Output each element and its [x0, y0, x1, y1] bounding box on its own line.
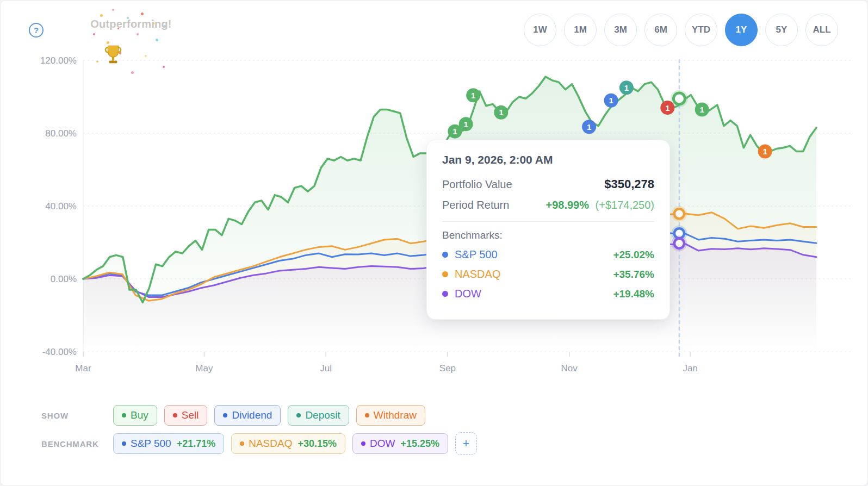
- chip-label: NASDAQ: [249, 438, 292, 450]
- help-button[interactable]: ?: [29, 23, 44, 38]
- show-filter-buy[interactable]: Buy: [113, 405, 157, 426]
- chip-label: S&P 500: [131, 438, 171, 450]
- chip-label: DOW: [370, 438, 395, 450]
- hover-point-nasdaq[interactable]: [674, 209, 684, 219]
- range-button-all[interactable]: ALL: [805, 14, 838, 46]
- period-return-row: Period Return +98.99% (+$174,250): [442, 199, 654, 211]
- event-marker-buy[interactable]: 1: [466, 88, 480, 102]
- tooltip-benchmark-row: NASDAQ+35.76%: [442, 268, 654, 281]
- show-filter-deposit[interactable]: Deposit: [288, 405, 349, 426]
- marker-count-label: 1: [762, 147, 767, 156]
- confetti-particle: [137, 33, 139, 35]
- benchmarks-heading: Benchmarks:: [442, 229, 654, 241]
- marker-count-label: 1: [700, 105, 704, 114]
- chip-label: Deposit: [305, 409, 340, 421]
- event-marker-deposit[interactable]: 1: [619, 80, 634, 95]
- event-marker-sell[interactable]: 1: [660, 101, 674, 115]
- event-marker-dividend[interactable]: 1: [582, 120, 596, 134]
- y-axis-tick-label: 0.00%: [51, 274, 77, 284]
- confetti-particle: [156, 39, 158, 41]
- outperforming-banner: Outperforming!: [66, 6, 185, 88]
- y-axis-tick-label: 80.00%: [45, 128, 77, 139]
- portfolio-value: $350,278: [604, 177, 654, 191]
- dividend-marker-circle: [582, 120, 596, 134]
- marker-count-label: 1: [624, 83, 629, 92]
- trophy-icon: [103, 44, 123, 66]
- confetti-particle: [163, 66, 165, 68]
- benchmark-dot-icon: [442, 252, 448, 258]
- range-button-1y[interactable]: 1Y: [725, 14, 758, 46]
- tooltip-benchmark-row: DOW+19.48%: [442, 288, 654, 300]
- range-button-6m[interactable]: 6M: [644, 14, 677, 46]
- chip-label: Sell: [182, 409, 199, 421]
- event-marker-buy[interactable]: 1: [494, 105, 508, 120]
- benchmark-chip-s-p-500[interactable]: S&P 500+21.71%: [113, 433, 224, 454]
- outperforming-text: Outperforming!: [77, 18, 185, 30]
- add-benchmark-button[interactable]: +: [455, 432, 477, 455]
- marker-count-label: 1: [587, 122, 591, 132]
- event-marker-dividend[interactable]: 1: [604, 94, 618, 108]
- range-button-3m[interactable]: 3M: [604, 14, 637, 46]
- benchmark-dot-icon: [442, 291, 448, 297]
- chip-dot-icon: [240, 441, 244, 446]
- hover-point-sp500[interactable]: [674, 228, 684, 238]
- range-button-ytd[interactable]: YTD: [685, 14, 717, 46]
- confetti-particle: [96, 60, 98, 63]
- x-axis-tick-label: Mar: [75, 363, 91, 373]
- chart-tooltip: Jan 9, 2026, 2:00 AM Portfolio Value $35…: [426, 140, 670, 320]
- benchmark-chip-dow[interactable]: DOW+15.25%: [352, 433, 448, 454]
- hover-halo-portfolio: [671, 90, 688, 107]
- show-filter-sell[interactable]: Sell: [164, 405, 208, 426]
- buy-marker-circle: [695, 102, 709, 116]
- show-filter-dividend[interactable]: Dividend: [214, 405, 281, 426]
- benchmark-chip-nasdaq[interactable]: NASDAQ+30.15%: [231, 433, 345, 454]
- tooltip-benchmark-row: S&P 500+25.02%: [442, 248, 654, 261]
- marker-count-label: 1: [665, 103, 669, 113]
- period-return-label: Period Return: [442, 199, 509, 211]
- hover-halo-dow: [671, 235, 687, 251]
- chip-dot-icon: [173, 413, 177, 418]
- chip-label: Withdraw: [374, 409, 417, 421]
- tooltip-date: Jan 9, 2026, 2:00 AM: [442, 153, 654, 166]
- benchmark-name: S&P 500: [455, 248, 498, 261]
- hover-halo-nasdaq: [671, 206, 687, 222]
- show-label: SHOW: [41, 411, 113, 420]
- marker-count-label: 1: [452, 127, 457, 136]
- benchmark-return-value: +25.02%: [613, 249, 654, 261]
- buy-marker-circle: [459, 117, 473, 131]
- hover-halo-sp500: [671, 226, 687, 241]
- confetti-particle: [127, 17, 129, 19]
- chip-dot-icon: [365, 413, 369, 418]
- event-marker-buy[interactable]: 1: [448, 124, 462, 139]
- confetti-particle: [117, 28, 119, 29]
- benchmark-chips: S&P 500+21.71%NASDAQ+30.15%DOW+15.25%: [113, 433, 448, 454]
- portfolio-value-label: Portfolio Value: [442, 178, 512, 191]
- chip-dot-icon: [122, 413, 126, 418]
- confetti-particle: [119, 52, 121, 54]
- tooltip-benchmark-list: S&P 500+25.02%NASDAQ+35.76%DOW+19.48%: [442, 248, 654, 300]
- hover-point-dow[interactable]: [674, 239, 684, 248]
- chip-return-value: +30.15%: [297, 438, 337, 450]
- range-button-5y[interactable]: 5Y: [765, 14, 798, 46]
- chip-return-value: +15.25%: [400, 438, 439, 450]
- event-marker-buy[interactable]: 1: [459, 117, 473, 131]
- hover-point-portfolio[interactable]: [673, 93, 685, 104]
- period-return-pct: +98.99%: [546, 199, 590, 211]
- x-axis-tick-label: Sep: [439, 363, 456, 373]
- tooltip-divider: [442, 221, 654, 222]
- plus-icon: +: [463, 437, 470, 451]
- confetti-particle: [145, 55, 147, 57]
- show-filter-withdraw[interactable]: Withdraw: [356, 405, 425, 426]
- range-button-1w[interactable]: 1W: [524, 14, 556, 46]
- x-axis-tick-label: Nov: [561, 363, 578, 373]
- buy-marker-circle: [448, 124, 462, 139]
- range-button-1m[interactable]: 1M: [564, 14, 597, 46]
- event-marker-withdraw[interactable]: 1: [758, 145, 772, 159]
- chip-dot-icon: [296, 413, 301, 418]
- event-marker-buy[interactable]: 1: [695, 102, 709, 116]
- y-axis-tick-label: 40.00%: [45, 201, 77, 211]
- range-selector: 1W1M3M6MYTD1Y5YALL: [524, 14, 838, 46]
- chip-label: Buy: [131, 409, 148, 421]
- chip-dot-icon: [361, 441, 365, 446]
- question-icon: ?: [34, 26, 39, 35]
